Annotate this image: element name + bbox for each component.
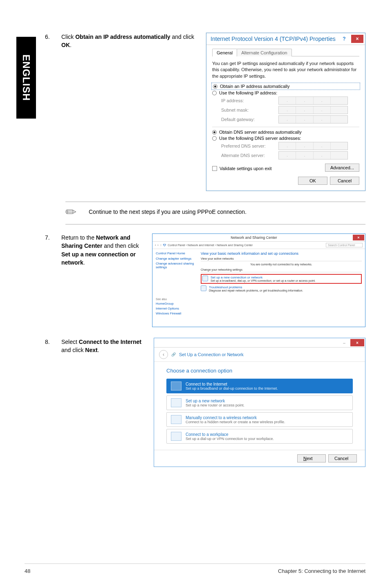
cancel-button[interactable]: Cancel [330, 177, 359, 185]
router-icon [171, 398, 182, 407]
step8-text: Select Connect to the Internet and click… [61, 338, 154, 467]
radio-use-following-dns[interactable]: Use the following DNS server addresses: [212, 136, 359, 141]
language-tab: ENGLISH [16, 37, 36, 119]
label-subnet-mask: Subnet mask: [221, 108, 278, 112]
ipv4-properties-dialog: Internet Protocol Version 4 (TCP/IPv4) P… [206, 33, 365, 191]
label-preferred-dns: Preferred DNS server: [221, 144, 278, 148]
note-text: Continue to the next steps if you are us… [89, 204, 247, 215]
wireless-icon [171, 415, 182, 424]
back-button[interactable]: ‹ [159, 350, 168, 359]
change-settings-label: Change your networking settings [201, 268, 242, 271]
option-connect-workplace[interactable]: Connect to a workplace Set up a dial-up … [166, 429, 353, 444]
next-button[interactable]: Next [297, 454, 326, 462]
change-advanced-sharing-link[interactable]: Change advanced sharing settings [156, 262, 194, 269]
nav-forward-icon[interactable]: › [157, 244, 158, 247]
step7-number: 7. [45, 233, 61, 327]
breadcrumb[interactable]: Control Panel › Network and Internet › N… [168, 244, 253, 247]
step8-number: 8. [45, 338, 61, 467]
label-validate: Validate settings upon exit [220, 166, 272, 171]
note-separator-bottom [65, 224, 365, 224]
default-gateway-input: ... [278, 115, 348, 123]
radio-obtain-dns-auto[interactable]: Obtain DNS server address automatically [212, 130, 359, 135]
option-manual-wireless[interactable]: Manually connect to a wireless network C… [166, 412, 353, 427]
subnet-mask-input: ... [278, 106, 348, 114]
troubleshoot-task[interactable]: Troubleshoot problems Diagnose and repai… [201, 285, 362, 292]
close-button[interactable]: × [353, 235, 364, 240]
separator [212, 127, 359, 127]
ipv4-description: You can get IP settings assigned automat… [212, 61, 359, 79]
nav-back-icon[interactable]: ‹ [155, 244, 156, 247]
nsc-main-heading: View your basic network information and … [201, 251, 362, 256]
tab-general[interactable]: General [212, 49, 237, 56]
step6-number: 6. [45, 33, 61, 191]
windows-firewall-link[interactable]: Windows Firewall [156, 312, 194, 315]
ipv4-title: Internet Protocol Version 4 (TCP/IPv4) P… [211, 36, 337, 42]
troubleshoot-icon [201, 285, 206, 291]
workplace-icon [171, 432, 182, 441]
step7-text: Return to the Network and Sharing Center… [61, 233, 152, 327]
radio-empty-icon [212, 136, 217, 141]
radio-empty-icon [212, 91, 217, 95]
option-setup-network[interactable]: Set up a new network Set up a new router… [166, 395, 353, 410]
shield-icon: 🛡 [163, 244, 166, 247]
homegroup-link[interactable]: HomeGroup [156, 302, 194, 305]
search-input[interactable]: Search Control Panel [326, 243, 363, 247]
radio-dot-icon [212, 130, 217, 135]
nav-up-icon[interactable]: ↑ [160, 244, 162, 247]
radio-obtain-ip-auto[interactable]: Obtain an IP address automatically [212, 83, 359, 89]
option-connect-internet[interactable]: Connect to the Internet Set up a broadba… [166, 379, 353, 393]
setup-new-connection-task[interactable]: Set up a new connection or network Set u… [201, 274, 362, 284]
ip-address-input: ... [278, 97, 348, 105]
active-networks-label: View your active networks [201, 257, 234, 260]
help-button[interactable]: ? [338, 35, 350, 43]
nsc-title: Network and Sharing Center [155, 236, 353, 240]
wizard-title: Set Up a Connection or Network [179, 352, 244, 357]
network-sharing-center-window: Network and Sharing Center × ‹ › ↑ 🛡 Con… [152, 233, 365, 327]
page-number: 48 [25, 568, 30, 574]
close-button[interactable]: × [350, 339, 364, 346]
globe-icon [171, 382, 182, 391]
change-adapter-settings-link[interactable]: Change adapter settings [156, 257, 194, 260]
close-button[interactable]: × [351, 35, 363, 43]
internet-options-link[interactable]: Internet Options [156, 307, 194, 310]
active-networks-message: You are currently not connected to any n… [201, 263, 362, 266]
see-also-heading: See also [156, 298, 194, 301]
minimize-button[interactable]: – [338, 339, 350, 346]
label-default-gateway: Default gateway: [221, 117, 278, 122]
pencil-icon: ✎ [62, 203, 81, 222]
ok-button[interactable]: OK [298, 177, 327, 185]
label-ip-address: IP address: [221, 98, 278, 103]
radio-use-following-ip[interactable]: Use the following IP address: [212, 90, 359, 95]
control-panel-home-link[interactable]: Control Panel Home [156, 251, 194, 255]
wizard-icon: 🔗 [171, 352, 176, 357]
preferred-dns-input: ... [278, 142, 348, 150]
chapter-title: Chapter 5: Connecting to the Internet [278, 568, 365, 574]
checkbox-validate[interactable] [212, 166, 217, 171]
connection-wizard-dialog: – × ‹ 🔗 Set Up a Connection or Network C… [154, 338, 365, 467]
language-tab-label: ENGLISH [20, 54, 32, 101]
cancel-button[interactable]: Cancel [328, 454, 357, 462]
note-separator-top [65, 202, 365, 202]
connection-icon [202, 276, 208, 281]
advanced-button[interactable]: Advanced... [325, 164, 359, 172]
tab-alternate-config[interactable]: Alternate Configuration [237, 49, 292, 56]
label-alternate-dns: Alternate DNS server: [221, 153, 278, 158]
radio-dot-icon [213, 84, 217, 89]
step6-text: Click Obtain an IP address automatically… [61, 33, 206, 191]
alternate-dns-input: ... [278, 151, 348, 159]
wizard-question: Choose a connection option [166, 368, 353, 374]
